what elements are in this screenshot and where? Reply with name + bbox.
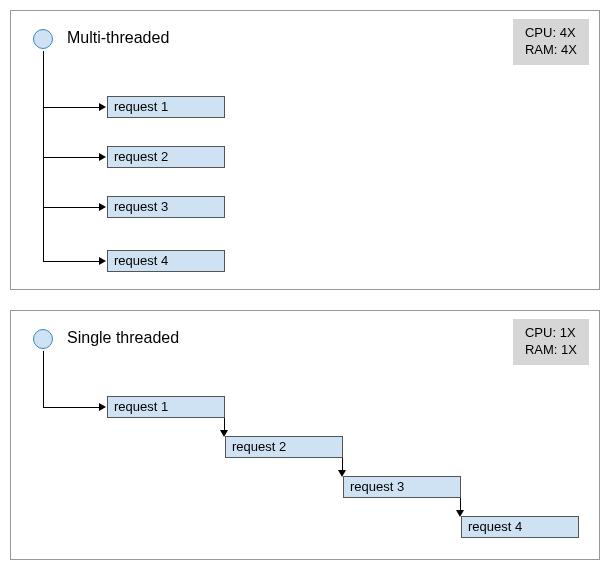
origin-node-icon	[33, 29, 53, 49]
resource-stats: CPU: 4X RAM: 4X	[513, 19, 589, 65]
panel-multi-threaded: Multi-threaded CPU: 4X RAM: 4X request 1…	[10, 10, 600, 290]
panel-title: Single threaded	[67, 329, 179, 347]
request-box: request 3	[107, 196, 225, 218]
connector-line	[43, 157, 99, 158]
resource-stats: CPU: 1X RAM: 1X	[513, 319, 589, 365]
panel-single-threaded: Single threaded CPU: 1X RAM: 1X request …	[10, 310, 600, 560]
connector-line	[43, 107, 99, 108]
cpu-stat: CPU: 4X	[525, 25, 577, 42]
ram-stat: RAM: 4X	[525, 42, 577, 59]
arrow-right-icon	[99, 103, 106, 111]
arrow-right-icon	[99, 153, 106, 161]
request-box: request 1	[107, 96, 225, 118]
request-box: request 3	[343, 476, 461, 498]
cpu-stat: CPU: 1X	[525, 325, 577, 342]
connector-line	[43, 407, 99, 408]
connector-line	[43, 261, 99, 262]
ram-stat: RAM: 1X	[525, 342, 577, 359]
request-box: request 2	[107, 146, 225, 168]
request-box: request 2	[225, 436, 343, 458]
panel-title: Multi-threaded	[67, 29, 169, 47]
request-box: request 4	[107, 250, 225, 272]
connector-line	[43, 351, 44, 407]
request-box: request 4	[461, 516, 579, 538]
arrow-right-icon	[99, 403, 106, 411]
arrow-right-icon	[99, 257, 106, 265]
origin-node-icon	[33, 329, 53, 349]
arrow-right-icon	[99, 203, 106, 211]
connector-line	[43, 207, 99, 208]
connector-line	[43, 51, 44, 261]
request-box: request 1	[107, 396, 225, 418]
